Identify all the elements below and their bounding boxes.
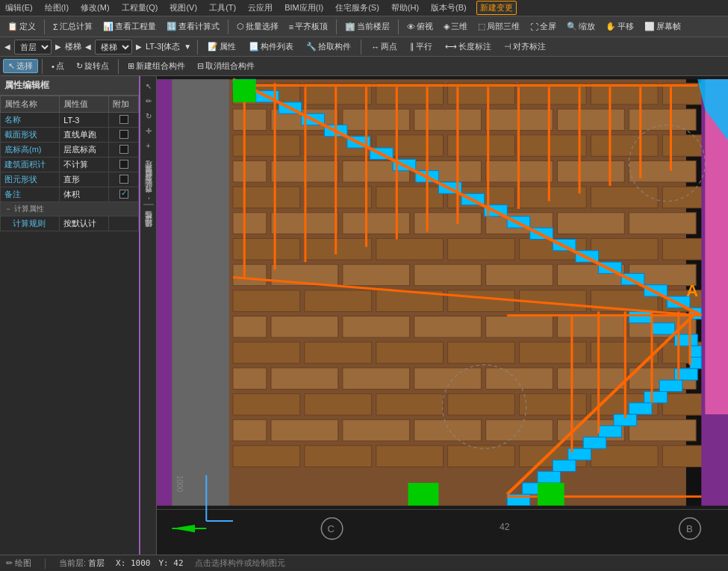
canvas-area[interactable]: A C B 42 1000 xyxy=(157,76,728,555)
menu-bim[interactable]: BIM应用(I) xyxy=(282,2,326,13)
tool-seam[interactable]: 消组缝 xyxy=(143,232,154,235)
tool-break[interactable]: 当打断 xyxy=(143,182,154,185)
prop-cb-calc-rule[interactable] xyxy=(109,216,139,231)
tool-offset[interactable]: 偏移 xyxy=(143,223,154,226)
prop-cb-elev[interactable] xyxy=(109,143,139,157)
btn-pick-component[interactable]: 🔧 拾取构件 xyxy=(301,40,356,54)
menu-new-change[interactable]: 新建变更 xyxy=(476,1,517,15)
btn-rotate-point[interactable]: ↻ 旋转点 xyxy=(71,59,114,73)
floor-select[interactable]: 首层 二层 三层 xyxy=(14,40,52,54)
btn-two-point[interactable]: ↔ 两点 xyxy=(366,40,402,54)
prop-val-note[interactable]: 体积 xyxy=(60,187,109,202)
svg-rect-135 xyxy=(690,346,701,357)
stair-arrow-left[interactable]: ◀ xyxy=(84,42,93,52)
tool-move[interactable]: ✛ xyxy=(142,124,155,137)
tool-zoom-in[interactable]: + xyxy=(142,139,155,152)
prop-val-shape[interactable]: 直形 xyxy=(60,172,109,187)
svg-rect-94 xyxy=(233,419,267,441)
rotate-icon: ↻ xyxy=(76,61,83,71)
prop-val-calc-rule[interactable]: 按默认计 xyxy=(60,216,109,231)
tool-align[interactable]: 当对齐- xyxy=(143,196,154,201)
prop-label-elev: 底标高(m) xyxy=(1,143,60,157)
prop-cb-note[interactable] xyxy=(109,187,139,202)
btn-align-top[interactable]: ≡ 平齐板顶 xyxy=(284,19,332,34)
menu-residential[interactable]: 住宅服务(S) xyxy=(333,2,382,13)
status-sep1 xyxy=(45,558,46,569)
menu-edit[interactable]: 编辑(E) xyxy=(3,2,35,13)
svg-rect-45 xyxy=(233,238,300,260)
btn-top-view[interactable]: 👁 俯视 xyxy=(402,19,438,34)
floor-arrow-left[interactable]: ◀ xyxy=(3,42,12,52)
svg-rect-55 xyxy=(414,264,482,286)
btn-batch-select[interactable]: ⬡ 批量选择 xyxy=(232,19,283,34)
btn-select[interactable]: ↖ 选择 xyxy=(3,59,38,73)
menu-tools[interactable]: 工具(T) xyxy=(207,2,238,13)
tool-rotate[interactable]: ↻ xyxy=(142,109,155,122)
svg-rect-75 xyxy=(376,342,444,363)
select-icon: ↖ xyxy=(8,61,15,71)
tool-zoom-out[interactable]: − xyxy=(142,154,155,167)
btn-fullscreen[interactable]: ⛶ 全屏 xyxy=(526,19,561,34)
prop-cb-section[interactable] xyxy=(109,128,139,143)
btn-align-mark[interactable]: ⊣ 对齐标注 xyxy=(499,40,551,54)
tool-cursor[interactable]: ↖ xyxy=(142,79,155,93)
align-mark-icon: ⊣ xyxy=(504,42,511,52)
tool-no-trim[interactable]: 非修剪 xyxy=(143,178,154,181)
btn-zoom[interactable]: 🔍 缩放 xyxy=(562,19,600,34)
menu-cloud[interactable]: 云应用 xyxy=(246,2,275,13)
menu-version[interactable]: 版本号(B) xyxy=(429,2,469,13)
menu-modify[interactable]: 修改(M) xyxy=(78,2,112,13)
menu-quantity[interactable]: 工程量(Q) xyxy=(119,2,161,13)
menu-view[interactable]: 视图(V) xyxy=(167,2,199,13)
btn-cancel-group[interactable]: ⊟ 取消组合构件 xyxy=(192,59,260,73)
prop-row-area: 建筑面积计 不计算 xyxy=(1,157,139,172)
calc-icon: Σ xyxy=(53,22,58,31)
component-arrow[interactable]: ▼ xyxy=(182,42,193,52)
btn-3d[interactable]: ◈ 三维 xyxy=(439,19,472,34)
prop-cb-shape[interactable] xyxy=(109,172,139,187)
btn-current-floor[interactable]: 🏢 当前楼层 xyxy=(340,19,394,34)
btn-length-mark[interactable]: ⟷ 长度标注 xyxy=(440,40,497,54)
btn-view-quantity[interactable]: 📊 查看工程量 xyxy=(99,19,161,34)
tool-cloud[interactable]: ☁ xyxy=(142,208,155,222)
btn-calc-summary[interactable]: Σ 汇总计算 xyxy=(49,19,97,34)
prop-val-name[interactable]: LT-3 xyxy=(60,113,109,128)
stair-sep2: LT-3[体态 xyxy=(146,41,180,52)
btn-component-list[interactable]: 📃 构件列表 xyxy=(243,40,299,54)
btn-view-formula[interactable]: 🔢 查看计算式 xyxy=(162,19,224,34)
svg-text:A: A xyxy=(686,281,698,300)
menu-help[interactable]: 帮助(H) xyxy=(389,2,421,13)
tool-extend[interactable]: 延伸 xyxy=(143,173,154,176)
svg-rect-136 xyxy=(690,358,701,369)
btn-define[interactable]: 📋 定义 xyxy=(3,19,40,34)
btn-properties[interactable]: 📝 属性 xyxy=(202,40,241,54)
floor-arrow-right[interactable]: ▶ xyxy=(54,42,63,52)
stair-arrow-right[interactable]: ▶ xyxy=(134,42,143,52)
tool-stretch[interactable]: 拉伸 xyxy=(143,228,154,231)
stair-select[interactable]: 楼梯 xyxy=(95,40,132,54)
btn-pan[interactable]: ✋ 平移 xyxy=(601,19,638,34)
tool-split[interactable]: 区分割 xyxy=(143,191,154,194)
svg-rect-68 xyxy=(343,316,410,338)
prop-val-area[interactable]: 不计算 xyxy=(60,157,109,172)
btn-new-group[interactable]: ⊞ 新建组合构件 xyxy=(122,59,190,73)
btn-parallel[interactable]: ∥ 平行 xyxy=(405,40,438,54)
status-draw-mode: ✏ 绘图 xyxy=(6,558,31,569)
prop-cb-area[interactable] xyxy=(109,157,139,172)
twopoint-icon: ↔ xyxy=(371,43,379,52)
prop-label-note: 备注 xyxy=(1,187,60,202)
btn-screen[interactable]: ⬜ 屏幕帧 xyxy=(640,19,685,34)
sep-tb2 xyxy=(197,40,198,54)
menu-draw[interactable]: 绘图(I) xyxy=(43,2,71,13)
prop-val-elev[interactable]: 层底标高 xyxy=(60,143,109,157)
tool-pencil[interactable]: ✏ xyxy=(142,94,155,107)
btn-local-3d[interactable]: ⬚ 局部三维 xyxy=(473,19,524,34)
btn-point[interactable]: • 点 xyxy=(46,59,69,73)
prop-val-section[interactable]: 直线单跑 xyxy=(60,128,109,143)
svg-rect-103 xyxy=(376,446,444,467)
prop-cb-name[interactable] xyxy=(109,113,139,128)
tool-merge[interactable]: 当合并 xyxy=(143,187,154,190)
floor-sep: 楼梯 xyxy=(65,41,81,52)
svg-rect-33 xyxy=(376,187,444,208)
svg-text:1000: 1000 xyxy=(175,475,184,493)
